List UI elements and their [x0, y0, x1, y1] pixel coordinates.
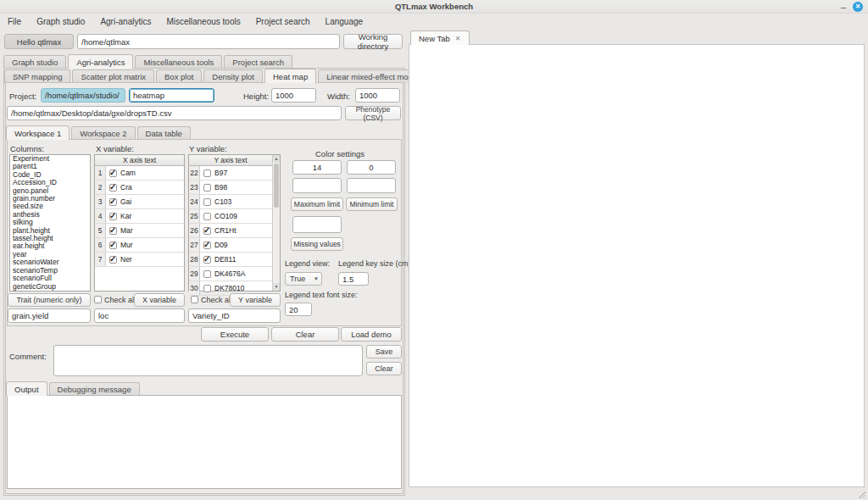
trait-numeric-button[interactable]: Trait (numeric only): [8, 293, 91, 307]
height-input[interactable]: [271, 88, 316, 103]
y-check-all-checkbox[interactable]: [191, 296, 198, 303]
phenotype-csv-button[interactable]: Phenotype (CSV): [345, 106, 401, 120]
main-tab[interactable]: Miscellaneous tools: [135, 55, 222, 69]
y-variable-row[interactable]: 22 B97: [189, 166, 272, 181]
y-row-checkbox[interactable]: [203, 169, 211, 177]
y-variable-table[interactable]: Y axis text 22 B97 23 B98 24 C103 25 CO1…: [188, 154, 281, 292]
y-variable-row[interactable]: 26 CR1Ht: [189, 224, 272, 238]
minimum-color-input[interactable]: [347, 178, 396, 193]
output-tab[interactable]: Output: [6, 381, 47, 396]
x-row-checkbox[interactable]: [109, 213, 117, 220]
workspace-tab[interactable]: Workspace 2: [71, 126, 135, 140]
x-variable-row[interactable]: 2 Cra: [95, 181, 184, 195]
load-demo-button[interactable]: Load demo: [341, 327, 402, 342]
y-row-checkbox[interactable]: [203, 198, 211, 206]
comment-textarea[interactable]: [53, 345, 363, 376]
x-variable-row[interactable]: 3 Gai: [95, 195, 184, 209]
sub-tab[interactable]: SNP mapping: [4, 69, 70, 83]
legend-view-value: True: [286, 275, 311, 283]
columns-listbox[interactable]: Experimentparent1Code_IDAccession_IDgeno…: [9, 154, 91, 292]
y-row-checkbox[interactable]: [203, 184, 211, 192]
y-value-input[interactable]: [188, 308, 281, 323]
hello-user-button[interactable]: Hello qtlmax: [4, 34, 74, 49]
scroll-up-icon[interactable]: ▲: [273, 155, 280, 163]
sub-tab[interactable]: Box plot: [156, 69, 202, 83]
width-input[interactable]: [355, 88, 400, 103]
new-tab[interactable]: New Tab ✕: [410, 31, 470, 45]
maximum-limit-button[interactable]: Maximum limit: [291, 197, 343, 211]
menu-item[interactable]: Agri-analytics: [92, 17, 159, 26]
y-variable-row[interactable]: 25 CO109: [189, 209, 272, 224]
legend-key-size-input[interactable]: [338, 272, 369, 286]
main-tab[interactable]: Agri-analytics: [68, 54, 133, 69]
x-variable-row[interactable]: 6 Mur: [95, 238, 184, 253]
legend-font-size-input[interactable]: [285, 303, 312, 316]
x-variable-row[interactable]: 7 Ner: [95, 253, 184, 267]
x-variable-button[interactable]: X variable: [134, 293, 185, 307]
x-variable-table[interactable]: X axis text 1 Cam 2 Cra 3 Gai 4 Kar: [94, 154, 185, 292]
y-row-checkbox[interactable]: [203, 242, 211, 249]
menu-item[interactable]: Language: [318, 17, 371, 26]
row-number: 2: [95, 181, 106, 194]
x-row-checkbox[interactable]: [109, 227, 117, 235]
phenotype-path-input[interactable]: [7, 106, 342, 120]
working-directory-button[interactable]: Working directory: [343, 34, 403, 49]
y-variable-row[interactable]: 24 C103: [189, 195, 272, 209]
minimum-limit-input[interactable]: [347, 160, 396, 175]
menu-item[interactable]: Graph studio: [29, 17, 92, 26]
column-item[interactable]: geneticGroup: [10, 283, 90, 291]
y-row-checkbox[interactable]: [203, 256, 211, 264]
x-row-checkbox[interactable]: [109, 198, 117, 206]
menu-item[interactable]: Miscellaneous tools: [159, 17, 248, 26]
y-variable-row[interactable]: 29 DK4676A: [189, 267, 272, 281]
tab-close-icon[interactable]: ✕: [455, 35, 461, 42]
comment-save-button[interactable]: Save: [366, 345, 402, 358]
close-button[interactable]: ✕: [853, 2, 863, 12]
missing-values-input[interactable]: [292, 216, 342, 233]
y-row-checkbox[interactable]: [203, 285, 211, 292]
x-variable-row[interactable]: 5 Mar: [95, 224, 184, 238]
y-variable-row[interactable]: 23 B98: [189, 181, 272, 195]
sub-tab[interactable]: Density plot: [203, 69, 263, 83]
x-variable-row[interactable]: 1 Cam: [95, 166, 184, 181]
clear-button[interactable]: Clear: [271, 327, 339, 342]
working-directory-input[interactable]: [77, 34, 340, 49]
y-variable-button[interactable]: Y variable: [230, 293, 281, 307]
missing-values-button[interactable]: Missing values: [291, 237, 343, 251]
resize-grip-icon[interactable]: [859, 492, 865, 498]
sub-tab[interactable]: Scatter plot matrix: [72, 69, 154, 83]
project-name-input[interactable]: [129, 88, 214, 103]
workspace-tab[interactable]: Data table: [137, 126, 191, 140]
y-row-checkbox[interactable]: [203, 227, 211, 235]
y-row-checkbox[interactable]: [203, 213, 211, 220]
minimize-button[interactable]: –: [841, 2, 846, 12]
menu-item[interactable]: File: [0, 17, 29, 26]
x-row-checkbox[interactable]: [109, 256, 117, 264]
y-variable-row[interactable]: 28 DE811: [189, 253, 272, 267]
maximum-color-input[interactable]: [292, 178, 342, 193]
y-variable-row[interactable]: 27 D09: [189, 238, 272, 253]
y-table-scrollbar[interactable]: ▲ ▼: [272, 155, 280, 291]
execute-button[interactable]: Execute: [201, 327, 269, 342]
x-variable-row[interactable]: 4 Kar: [95, 209, 184, 224]
comment-clear-button[interactable]: Clear: [366, 362, 402, 375]
menu-item[interactable]: Project search: [248, 17, 318, 26]
sub-tab[interactable]: Heat map: [264, 69, 316, 83]
x-row-checkbox[interactable]: [109, 184, 117, 192]
main-tab[interactable]: Project search: [224, 55, 292, 69]
scroll-down-icon[interactable]: ▼: [273, 283, 280, 291]
project-path-input[interactable]: [41, 88, 125, 103]
x-row-checkbox[interactable]: [109, 169, 117, 177]
workspace-tab[interactable]: Workspace 1: [6, 125, 70, 140]
x-value-input[interactable]: [94, 308, 185, 323]
x-check-all-checkbox[interactable]: [94, 296, 102, 303]
output-tab[interactable]: Debugging message: [49, 382, 140, 396]
trait-value-input[interactable]: [8, 308, 91, 323]
x-row-checkbox[interactable]: [109, 242, 117, 249]
scroll-thumb[interactable]: [274, 164, 279, 208]
maximum-limit-input[interactable]: [292, 160, 342, 175]
main-tab[interactable]: Graph studio: [3, 55, 66, 69]
y-row-checkbox[interactable]: [203, 270, 211, 278]
legend-view-dropdown[interactable]: True ▼: [285, 272, 322, 286]
minimum-limit-button[interactable]: Minimum limit: [346, 197, 398, 211]
